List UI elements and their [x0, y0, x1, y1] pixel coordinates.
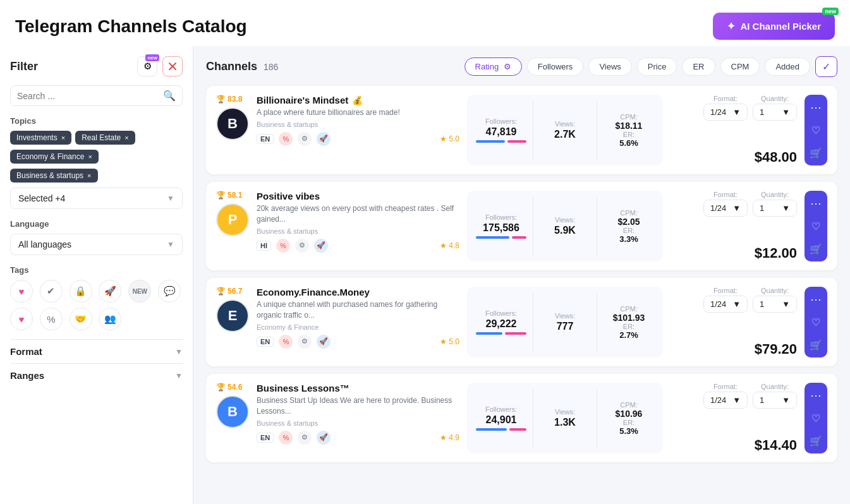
star-icon: ★ [440, 337, 447, 346]
add-to-cart-button[interactable]: 🛒 [804, 237, 827, 260]
format-select[interactable]: 1/24 ▼ [703, 296, 748, 313]
topics-label: Topics [10, 116, 183, 126]
chevron-down-icon-lang: ▼ [167, 240, 174, 249]
more-options-button[interactable]: ⋯ [804, 192, 827, 215]
tag-blue-icon[interactable]: 🚀 [314, 239, 328, 253]
topic-investments-remove[interactable]: × [61, 134, 65, 141]
quantity-select[interactable]: 1 ▼ [753, 200, 797, 217]
search-input[interactable] [17, 91, 163, 101]
wishlist-button[interactable]: ♡ [804, 311, 827, 333]
tag-red-icon[interactable]: % [276, 239, 290, 253]
format-select[interactable]: 1/24 ▼ [703, 200, 748, 217]
topic-real-estate-remove[interactable]: × [124, 134, 128, 141]
avatar-letter: B [228, 404, 238, 420]
language-dropdown[interactable]: All languages ▼ [10, 234, 183, 255]
views-col: Views: 777 [540, 312, 590, 332]
add-to-cart-button[interactable]: 🛒 [804, 141, 827, 164]
topic-investments-label: Investments [16, 133, 58, 142]
card-price-area: Format: 1/24 ▼ Quantity: 1 ▼ $12.00 [671, 191, 797, 261]
add-to-cart-button[interactable]: 🛒 [804, 333, 827, 356]
topic-business-startups[interactable]: Business & startups × [10, 169, 98, 183]
rank-badge: 🏆 83.8 [216, 95, 242, 104]
format-value: 1/24 [710, 203, 726, 213]
tag-blue-icon[interactable]: 🚀 [317, 132, 331, 146]
new-badge: new [822, 8, 839, 15]
tag-hand-icon[interactable]: 🤝 [70, 308, 92, 330]
format-select[interactable]: 1/24 ▼ [703, 104, 748, 121]
channel-card: 🏆 83.8 B Billionaire's Mindset 💰 A place… [206, 86, 837, 174]
quantity-value: 1 [760, 107, 764, 117]
wishlist-button[interactable]: ♡ [804, 119, 827, 141]
tag-gray-icon[interactable]: ⚙ [298, 335, 312, 349]
tag-gray-icon[interactable]: ⚙ [295, 239, 309, 253]
quantity-select[interactable]: 1 ▼ [753, 296, 797, 313]
more-options-button[interactable]: ⋯ [804, 384, 827, 407]
tag-new-icon[interactable]: NEW [128, 280, 151, 303]
wishlist-button[interactable]: ♡ [804, 215, 827, 237]
more-options-button[interactable]: ⋯ [804, 96, 827, 119]
sort-followers-button[interactable]: Followers [527, 57, 584, 76]
tag-people-icon[interactable]: 👥 [99, 308, 121, 330]
search-icon[interactable]: 🔍 [163, 90, 176, 102]
lang-badge: EN [257, 134, 274, 144]
sort-rating-button[interactable]: Rating ⚙ [464, 57, 522, 76]
format-section[interactable]: Format ▼ [10, 339, 183, 363]
topic-economy-remove[interactable]: × [88, 153, 92, 160]
topic-real-estate[interactable]: Real Estate × [75, 131, 135, 145]
card-price-area: Format: 1/24 ▼ Quantity: 1 ▼ $14.40 [671, 383, 797, 453]
followers-value: 29,222 [486, 318, 517, 330]
filter-title: Filter [10, 60, 38, 73]
selected-dropdown[interactable]: Selected +4 ▼ [10, 188, 183, 209]
quantity-value: 1 [760, 395, 764, 405]
ai-channel-picker-button[interactable]: ✦ AI Channel Picker new [713, 13, 835, 40]
tag-red-icon[interactable]: % [279, 335, 293, 349]
filter-settings-button[interactable]: ⚙ new [137, 56, 157, 76]
topic-business-remove[interactable]: × [87, 172, 91, 179]
topic-investments[interactable]: Investments × [10, 131, 71, 145]
sort-cpm-button[interactable]: CPM [720, 57, 760, 76]
sort-er-button[interactable]: ER [682, 57, 715, 76]
format-select[interactable]: 1/24 ▼ [703, 392, 748, 409]
views-value: 777 [557, 321, 574, 332]
page-title: Telegram Channels Catalog [15, 16, 247, 37]
tag-percent-icon[interactable]: % [40, 308, 63, 330]
views-col: Views: 5.9K [540, 216, 590, 236]
card-meta-row: HI % ⚙ 🚀 ★ 4.8 [257, 239, 459, 253]
sort-check-button[interactable]: ✓ [815, 56, 837, 77]
sort-added-button[interactable]: Added [765, 57, 810, 76]
reset-icon [167, 61, 178, 71]
rank-value: 54.6 [228, 383, 242, 392]
channels-heading: Channels 186 [206, 60, 278, 73]
quantity-select[interactable]: 1 ▼ [753, 104, 797, 121]
tag-rocket-icon[interactable]: 🚀 [99, 280, 121, 303]
ranges-section[interactable]: Ranges ▼ [10, 363, 183, 387]
sort-price-button[interactable]: Price [637, 57, 677, 76]
tag-lock-icon[interactable]: 🔒 [70, 280, 92, 303]
tag-red-icon[interactable]: % [279, 431, 293, 445]
channel-price: $14.40 [755, 437, 797, 453]
channel-price: $79.20 [755, 341, 797, 357]
tag-chat-icon[interactable]: 💬 [158, 280, 181, 303]
tag-blue-icon[interactable]: 🚀 [317, 431, 331, 445]
add-to-cart-button[interactable]: 🛒 [804, 429, 827, 452]
bar-blue [476, 236, 509, 239]
er-value: 5.6% [619, 138, 638, 148]
quantity-select[interactable]: 1 ▼ [753, 392, 797, 409]
more-options-button[interactable]: ⋯ [804, 288, 827, 311]
tag-heart-icon[interactable]: ♥ [10, 280, 33, 303]
tag-blue-icon[interactable]: 🚀 [317, 335, 331, 349]
channel-price: $48.00 [755, 149, 797, 165]
filter-reset-button[interactable] [162, 56, 183, 76]
tag-red-icon[interactable]: % [279, 132, 293, 146]
topic-economy-finance[interactable]: Economy & Finance × [10, 150, 99, 164]
filter-dots-icon: ⚙ [504, 62, 511, 71]
sort-views-button[interactable]: Views [588, 57, 631, 76]
tag-gray-icon[interactable]: ⚙ [298, 431, 312, 445]
tag-gray-icon[interactable]: ⚙ [298, 132, 312, 146]
tag-verified-icon[interactable]: ✔ [40, 280, 63, 303]
header: Telegram Channels Catalog ✦ AI Channel P… [0, 0, 850, 46]
card-meta-row: EN % ⚙ 🚀 ★ 5.0 [257, 132, 459, 146]
tag-heart2-icon[interactable]: ♥ [10, 308, 33, 330]
wishlist-button[interactable]: ♡ [804, 407, 827, 429]
cpm-label: CPM: [620, 209, 638, 217]
